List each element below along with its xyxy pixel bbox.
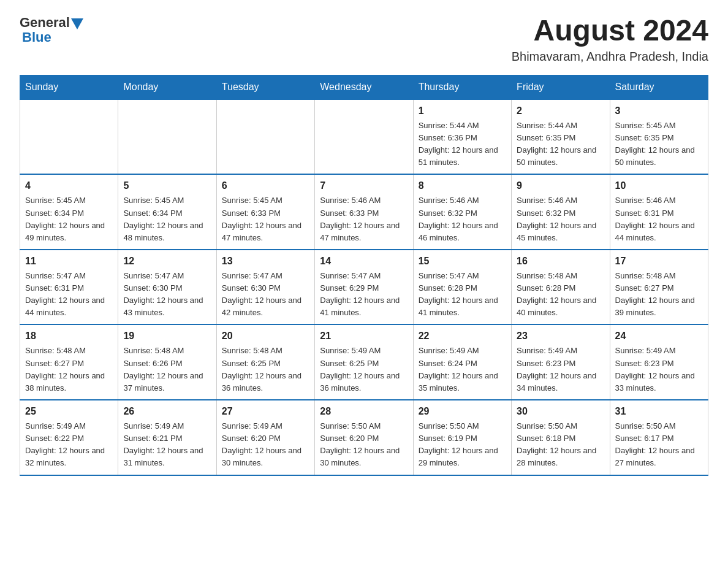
day-number: 30 bbox=[517, 404, 604, 419]
week-row-4: 18Sunrise: 5:48 AMSunset: 6:27 PMDayligh… bbox=[20, 324, 708, 400]
calendar-cell bbox=[315, 99, 413, 175]
calendar-cell: 15Sunrise: 5:47 AMSunset: 6:28 PMDayligh… bbox=[413, 250, 511, 325]
day-number: 15 bbox=[419, 254, 506, 269]
day-info: Sunrise: 5:50 AMSunset: 6:19 PMDaylight:… bbox=[419, 420, 506, 470]
day-info: Sunrise: 5:49 AMSunset: 6:21 PMDaylight:… bbox=[123, 420, 211, 470]
day-info: Sunrise: 5:49 AMSunset: 6:23 PMDaylight:… bbox=[517, 345, 604, 394]
logo-text-general: General bbox=[20, 15, 70, 31]
day-number: 11 bbox=[25, 254, 113, 269]
calendar-cell: 28Sunrise: 5:50 AMSunset: 6:20 PMDayligh… bbox=[315, 400, 413, 475]
day-info: Sunrise: 5:50 AMSunset: 6:18 PMDaylight:… bbox=[517, 420, 604, 470]
day-info: Sunrise: 5:50 AMSunset: 6:20 PMDaylight:… bbox=[320, 420, 408, 470]
month-year-title: August 2024 bbox=[512, 15, 708, 47]
logo-triangle-icon bbox=[71, 18, 83, 29]
col-header-tuesday: Tuesday bbox=[216, 75, 314, 99]
logo: General Blue bbox=[20, 15, 83, 45]
calendar-cell: 12Sunrise: 5:47 AMSunset: 6:30 PMDayligh… bbox=[118, 250, 216, 325]
calendar-cell: 14Sunrise: 5:47 AMSunset: 6:29 PMDayligh… bbox=[315, 250, 413, 325]
calendar-cell: 11Sunrise: 5:47 AMSunset: 6:31 PMDayligh… bbox=[20, 250, 118, 325]
week-row-5: 25Sunrise: 5:49 AMSunset: 6:22 PMDayligh… bbox=[20, 400, 708, 475]
calendar-cell: 18Sunrise: 5:48 AMSunset: 6:27 PMDayligh… bbox=[20, 324, 118, 400]
calendar-cell: 13Sunrise: 5:47 AMSunset: 6:30 PMDayligh… bbox=[216, 250, 314, 325]
calendar-cell: 31Sunrise: 5:50 AMSunset: 6:17 PMDayligh… bbox=[610, 400, 708, 475]
day-number: 31 bbox=[615, 404, 703, 419]
day-info: Sunrise: 5:48 AMSunset: 6:25 PMDaylight:… bbox=[222, 345, 309, 394]
day-number: 2 bbox=[517, 104, 604, 118]
day-info: Sunrise: 5:49 AMSunset: 6:22 PMDaylight:… bbox=[25, 420, 113, 470]
day-info: Sunrise: 5:45 AMSunset: 6:34 PMDaylight:… bbox=[25, 194, 113, 244]
day-info: Sunrise: 5:46 AMSunset: 6:32 PMDaylight:… bbox=[419, 194, 506, 244]
day-number: 10 bbox=[615, 178, 703, 193]
day-info: Sunrise: 5:44 AMSunset: 6:35 PMDaylight:… bbox=[517, 120, 604, 169]
calendar-cell: 27Sunrise: 5:49 AMSunset: 6:20 PMDayligh… bbox=[216, 400, 314, 475]
calendar-cell: 25Sunrise: 5:49 AMSunset: 6:22 PMDayligh… bbox=[20, 400, 118, 475]
page-header: General Blue August 2024 Bhimavaram, And… bbox=[20, 15, 708, 64]
calendar-cell: 24Sunrise: 5:49 AMSunset: 6:23 PMDayligh… bbox=[610, 324, 708, 400]
day-info: Sunrise: 5:47 AMSunset: 6:30 PMDaylight:… bbox=[222, 270, 309, 320]
calendar-cell: 16Sunrise: 5:48 AMSunset: 6:28 PMDayligh… bbox=[512, 250, 610, 325]
calendar-cell: 10Sunrise: 5:46 AMSunset: 6:31 PMDayligh… bbox=[610, 174, 708, 250]
col-header-sunday: Sunday bbox=[20, 75, 118, 99]
day-info: Sunrise: 5:47 AMSunset: 6:28 PMDaylight:… bbox=[419, 270, 506, 320]
calendar-cell: 2Sunrise: 5:44 AMSunset: 6:35 PMDaylight… bbox=[512, 99, 610, 175]
day-number: 18 bbox=[25, 329, 113, 343]
calendar-cell bbox=[216, 99, 314, 175]
day-number: 17 bbox=[615, 254, 703, 269]
calendar-cell: 21Sunrise: 5:49 AMSunset: 6:25 PMDayligh… bbox=[315, 324, 413, 400]
day-info: Sunrise: 5:45 AMSunset: 6:34 PMDaylight:… bbox=[123, 194, 211, 244]
col-header-thursday: Thursday bbox=[413, 75, 511, 99]
day-number: 14 bbox=[320, 254, 408, 269]
calendar-cell: 20Sunrise: 5:48 AMSunset: 6:25 PMDayligh… bbox=[216, 324, 314, 400]
day-number: 12 bbox=[123, 254, 211, 269]
calendar-cell: 23Sunrise: 5:49 AMSunset: 6:23 PMDayligh… bbox=[512, 324, 610, 400]
day-info: Sunrise: 5:48 AMSunset: 6:27 PMDaylight:… bbox=[615, 270, 703, 320]
day-info: Sunrise: 5:47 AMSunset: 6:31 PMDaylight:… bbox=[25, 270, 113, 320]
header-row: SundayMondayTuesdayWednesdayThursdayFrid… bbox=[20, 75, 708, 99]
day-number: 27 bbox=[222, 404, 309, 419]
day-info: Sunrise: 5:47 AMSunset: 6:30 PMDaylight:… bbox=[123, 270, 211, 320]
day-number: 19 bbox=[123, 329, 211, 343]
day-number: 16 bbox=[517, 254, 604, 269]
calendar-cell: 7Sunrise: 5:46 AMSunset: 6:33 PMDaylight… bbox=[315, 174, 413, 250]
calendar-cell: 5Sunrise: 5:45 AMSunset: 6:34 PMDaylight… bbox=[118, 174, 216, 250]
calendar-cell: 8Sunrise: 5:46 AMSunset: 6:32 PMDaylight… bbox=[413, 174, 511, 250]
title-section: August 2024 Bhimavaram, Andhra Pradesh, … bbox=[512, 15, 708, 64]
calendar-cell: 6Sunrise: 5:45 AMSunset: 6:33 PMDaylight… bbox=[216, 174, 314, 250]
calendar-cell: 22Sunrise: 5:49 AMSunset: 6:24 PMDayligh… bbox=[413, 324, 511, 400]
day-number: 28 bbox=[320, 404, 408, 419]
col-header-saturday: Saturday bbox=[610, 75, 708, 99]
day-info: Sunrise: 5:49 AMSunset: 6:23 PMDaylight:… bbox=[615, 345, 703, 394]
day-number: 21 bbox=[320, 329, 408, 343]
day-info: Sunrise: 5:48 AMSunset: 6:27 PMDaylight:… bbox=[25, 345, 113, 394]
location-subtitle: Bhimavaram, Andhra Pradesh, India bbox=[512, 50, 708, 64]
calendar-cell: 9Sunrise: 5:46 AMSunset: 6:32 PMDaylight… bbox=[512, 174, 610, 250]
day-info: Sunrise: 5:49 AMSunset: 6:20 PMDaylight:… bbox=[222, 420, 309, 470]
calendar-cell: 29Sunrise: 5:50 AMSunset: 6:19 PMDayligh… bbox=[413, 400, 511, 475]
calendar-table: SundayMondayTuesdayWednesdayThursdayFrid… bbox=[20, 75, 708, 476]
week-row-2: 4Sunrise: 5:45 AMSunset: 6:34 PMDaylight… bbox=[20, 174, 708, 250]
day-number: 9 bbox=[517, 178, 604, 193]
day-number: 4 bbox=[25, 178, 113, 193]
day-info: Sunrise: 5:45 AMSunset: 6:35 PMDaylight:… bbox=[615, 120, 703, 169]
calendar-cell: 26Sunrise: 5:49 AMSunset: 6:21 PMDayligh… bbox=[118, 400, 216, 475]
logo-text-blue: Blue bbox=[22, 29, 51, 45]
week-row-1: 1Sunrise: 5:44 AMSunset: 6:36 PMDaylight… bbox=[20, 99, 708, 175]
col-header-monday: Monday bbox=[118, 75, 216, 99]
day-info: Sunrise: 5:46 AMSunset: 6:33 PMDaylight:… bbox=[320, 194, 408, 244]
day-number: 23 bbox=[517, 329, 604, 343]
day-info: Sunrise: 5:44 AMSunset: 6:36 PMDaylight:… bbox=[419, 120, 506, 169]
day-info: Sunrise: 5:48 AMSunset: 6:26 PMDaylight:… bbox=[123, 345, 211, 394]
day-number: 25 bbox=[25, 404, 113, 419]
day-number: 24 bbox=[615, 329, 703, 343]
day-number: 20 bbox=[222, 329, 309, 343]
day-number: 3 bbox=[615, 104, 703, 118]
day-info: Sunrise: 5:48 AMSunset: 6:28 PMDaylight:… bbox=[517, 270, 604, 320]
calendar-cell: 1Sunrise: 5:44 AMSunset: 6:36 PMDaylight… bbox=[413, 99, 511, 175]
calendar-cell bbox=[20, 99, 118, 175]
day-info: Sunrise: 5:49 AMSunset: 6:25 PMDaylight:… bbox=[320, 345, 408, 394]
day-number: 5 bbox=[123, 178, 211, 193]
day-number: 22 bbox=[419, 329, 506, 343]
day-info: Sunrise: 5:49 AMSunset: 6:24 PMDaylight:… bbox=[419, 345, 506, 394]
week-row-3: 11Sunrise: 5:47 AMSunset: 6:31 PMDayligh… bbox=[20, 250, 708, 325]
day-info: Sunrise: 5:46 AMSunset: 6:32 PMDaylight:… bbox=[517, 194, 604, 244]
